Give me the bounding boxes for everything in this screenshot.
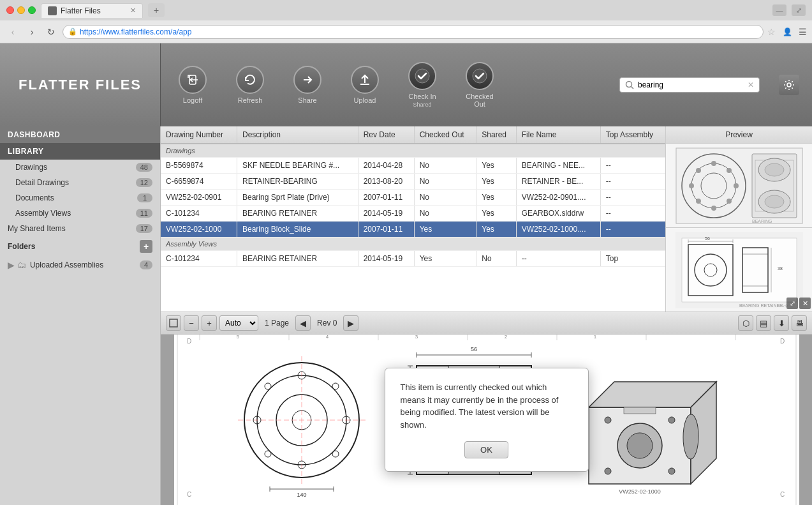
svg-text:56: 56	[705, 236, 710, 241]
tab-close-button[interactable]: ✕	[130, 6, 136, 15]
sidebar-item-my-shared[interactable]: My Shared Items 17	[0, 221, 160, 236]
zoom-out-button[interactable]: −	[184, 315, 199, 331]
sidebar-item-documents[interactable]: Documents 1	[0, 190, 160, 206]
col-checked-out[interactable]: Checked Out	[414, 126, 476, 144]
cell-drawing-number: B-5569874	[161, 158, 237, 174]
cell-description: BEARING RETAINER	[237, 206, 358, 222]
next-page-button[interactable]: ▶	[343, 315, 358, 331]
svg-text:VW252-02-1000: VW252-02-1000	[619, 488, 661, 495]
check-in-button[interactable]: Check InShared	[403, 62, 441, 108]
preview-expand-button[interactable]: ⤢	[786, 298, 798, 309]
back-button[interactable]: ‹	[5, 24, 20, 40]
panel-toggle-button[interactable]: ▤	[756, 315, 771, 331]
menu-button[interactable]: ☰	[799, 27, 807, 37]
cell-drawing-number: VW252-02-1000	[161, 222, 237, 237]
svg-point-16	[727, 168, 732, 173]
upload-button[interactable]: Upload	[346, 66, 384, 104]
cell-top-assembly: --	[600, 158, 665, 174]
cell-top-assembly: --	[600, 222, 665, 237]
print-button[interactable]: 🖶	[792, 315, 807, 331]
svg-point-102	[683, 413, 698, 459]
cell-shared: Yes	[476, 206, 516, 222]
share-icon	[293, 66, 321, 94]
table-container[interactable]: Drawing Number Description Rev Date Chec…	[161, 126, 665, 312]
app-container: FLATTER FILES Logoff Refresh Share	[0, 43, 812, 505]
svg-point-12	[689, 183, 694, 188]
svg-text:3: 3	[415, 335, 418, 340]
zoom-in-button[interactable]: +	[202, 315, 217, 331]
table-row[interactable]: C-101234BEARING RETAINER2014-05-19NoYesG…	[161, 206, 665, 222]
content-area: Drawing Number Description Rev Date Chec…	[161, 126, 812, 505]
sidebar: DASHBOARD LIBRARY Drawings 48 Detail Dra…	[0, 126, 161, 505]
col-description[interactable]: Description	[237, 126, 358, 144]
check-in-label: Check InShared	[408, 93, 436, 108]
cell-description: RETAINER-BEARING	[237, 174, 358, 190]
browser-chrome: Flatter Files ✕ + — ⤢ ‹ › ↻ 🔒 https://ww…	[0, 0, 812, 43]
open-external-button[interactable]: ⬡	[738, 315, 753, 331]
logoff-button[interactable]: Logoff	[173, 66, 212, 104]
modal-ok-button[interactable]: OK	[464, 441, 508, 458]
sidebar-item-assembly-views[interactable]: Assembly Views 11	[0, 206, 160, 221]
address-bar[interactable]: 🔒 https://www.flatterfiles.com/a/app	[63, 25, 764, 39]
window-minimize-button[interactable]: —	[772, 4, 786, 16]
svg-text:2: 2	[504, 335, 507, 340]
maximize-dot[interactable]	[28, 6, 36, 14]
table-row[interactable]: C-6659874RETAINER-BEARING2013-08-20NoYes…	[161, 174, 665, 190]
col-top-assembly[interactable]: Top Assembly	[600, 126, 665, 144]
sidebar-item-drawings[interactable]: Drawings 48	[0, 160, 160, 175]
download-button[interactable]: ⬇	[774, 315, 789, 331]
preview-close-button[interactable]: ✕	[799, 298, 811, 309]
svg-point-5	[787, 83, 791, 87]
refresh-button[interactable]: ↻	[43, 24, 59, 40]
search-clear-button[interactable]: ✕	[748, 80, 754, 89]
refresh-toolbar-icon	[236, 66, 264, 94]
svg-line-4	[631, 87, 634, 89]
rev-label: Rev 0	[313, 319, 341, 328]
share-button[interactable]: Share	[288, 66, 327, 104]
svg-text:4: 4	[325, 335, 328, 340]
table-row[interactable]: VW252-02-0901Bearing Sprt Plate (Drive)2…	[161, 190, 665, 206]
bookmark-button[interactable]: ☆	[767, 27, 776, 37]
add-folder-button[interactable]: +	[140, 240, 152, 253]
col-rev-date[interactable]: Rev Date	[358, 126, 414, 144]
close-dot[interactable]	[6, 6, 14, 14]
settings-button[interactable]	[779, 75, 799, 95]
cell-checked-out: No	[414, 158, 476, 174]
forward-button[interactable]: ›	[24, 24, 40, 40]
cell-drawing-number: C-6659874	[161, 174, 237, 190]
minimize-dot[interactable]	[17, 6, 25, 14]
svg-point-21	[765, 163, 784, 176]
table-row[interactable]: B-5569874SKF NEEDLE BEARING #...2014-04-…	[161, 158, 665, 174]
table-row[interactable]: C-101234BEARING RETAINER2014-05-19YesNo-…	[161, 251, 665, 267]
fit-page-button[interactable]	[166, 315, 181, 331]
sidebar-item-uploaded-assemblies[interactable]: ▶ 🗂 Uploaded Assemblies 4	[0, 257, 160, 273]
svg-point-103	[605, 417, 611, 423]
col-drawing-number[interactable]: Drawing Number	[161, 126, 237, 144]
col-shared[interactable]: Shared	[476, 126, 516, 144]
search-input[interactable]	[638, 80, 744, 89]
browser-tab[interactable]: Flatter Files ✕	[41, 3, 143, 18]
library-section-header[interactable]: LIBRARY	[0, 143, 160, 160]
app-header: FLATTER FILES Logoff Refresh Share	[0, 43, 812, 126]
refresh-toolbar-button[interactable]: Refresh	[231, 66, 269, 104]
svg-point-104	[668, 417, 675, 423]
sidebar-item-detail-drawings[interactable]: Detail Drawings 12	[0, 175, 160, 190]
dashboard-section-header[interactable]: DASHBOARD	[0, 126, 160, 143]
cell-drawing-number: C-101234	[161, 251, 237, 267]
modal-message: This item is currently checked out which…	[401, 381, 573, 431]
svg-point-10	[711, 161, 716, 166]
cell-description: Bearing Sprt Plate (Drive)	[237, 190, 358, 206]
svg-text:140: 140	[297, 492, 306, 498]
cell-description: SKF NEEDLE BEARING #...	[237, 158, 358, 174]
window-fullscreen-button[interactable]: ⤢	[792, 4, 806, 16]
zoom-select[interactable]: Auto 25% 50% 75% 100% 150% 200%	[219, 315, 258, 331]
cell-file-name: VW252-02-1000....	[516, 222, 600, 237]
table-group-header: Drawings	[161, 144, 665, 158]
check-out-button[interactable]: CheckedOut	[461, 62, 499, 108]
table-row[interactable]: VW252-02-1000Bearing Block_Slide2007-01-…	[161, 222, 665, 237]
search-icon	[625, 80, 634, 89]
col-file-name[interactable]: File Name	[516, 126, 600, 144]
content-top: Drawing Number Description Rev Date Chec…	[161, 126, 812, 312]
prev-page-button[interactable]: ◀	[295, 315, 311, 331]
new-tab-button[interactable]: +	[148, 3, 165, 17]
